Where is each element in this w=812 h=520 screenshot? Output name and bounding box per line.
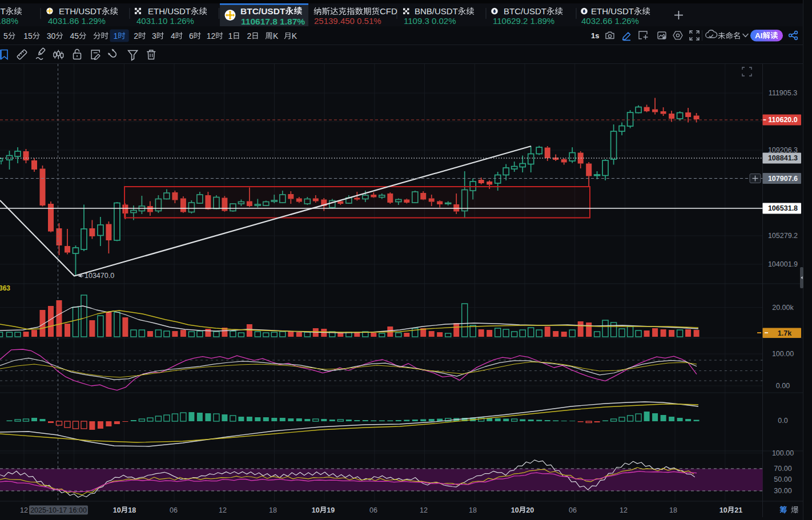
svg-text:15: 15 <box>23 31 33 41</box>
svg-text:4031.86 1.29%: 4031.86 1.29% <box>48 16 106 26</box>
svg-text:108841.3: 108841.3 <box>768 154 798 162</box>
svg-text:12: 12 <box>219 506 227 514</box>
svg-text:10: 10 <box>511 506 519 514</box>
svg-text:ETH/USDT: ETH/USDT <box>591 6 634 16</box>
svg-text:110617.8 1.87%: 110617.8 1.87% <box>241 17 305 26</box>
svg-text:0.0: 0.0 <box>778 417 787 425</box>
svg-text:1.7k: 1.7k <box>778 329 791 337</box>
svg-text:12: 12 <box>420 506 428 514</box>
svg-text:4031.10 1.26%: 4031.10 1.26% <box>136 16 194 26</box>
svg-text:5: 5 <box>3 31 8 41</box>
svg-text:ETH/USDT: ETH/USDT <box>59 6 102 16</box>
svg-text:70.00: 70.00 <box>774 465 791 473</box>
svg-text:363: 363 <box>0 284 10 292</box>
svg-text:06: 06 <box>170 506 178 514</box>
svg-text:100.00: 100.00 <box>772 350 794 358</box>
svg-text:18: 18 <box>469 506 477 514</box>
svg-text:18: 18 <box>269 506 277 514</box>
svg-text:2025-10-17 16:00: 2025-10-17 16:00 <box>30 506 87 514</box>
svg-text:30: 30 <box>47 31 56 41</box>
svg-text:10: 10 <box>719 506 727 514</box>
svg-text:106531.8: 106531.8 <box>768 204 798 212</box>
svg-text:103470.0: 103470.0 <box>85 272 114 280</box>
svg-text:1s: 1s <box>591 31 599 40</box>
svg-text:111905.3: 111905.3 <box>769 89 797 97</box>
svg-text:50.00: 50.00 <box>774 475 791 483</box>
svg-text:4032.66 1.26%: 4032.66 1.26% <box>581 16 639 26</box>
svg-text:18: 18 <box>128 506 136 514</box>
svg-text:105279.2: 105279.2 <box>768 232 798 240</box>
svg-text:K: K <box>292 31 298 41</box>
svg-text:AI: AI <box>755 31 763 40</box>
svg-text:20.00k: 20.00k <box>772 304 794 312</box>
svg-text:10: 10 <box>113 506 121 514</box>
svg-text:06: 06 <box>569 506 577 514</box>
svg-text:30.00: 30.00 <box>774 487 791 495</box>
svg-text:1: 1 <box>113 31 118 41</box>
svg-text:12: 12 <box>620 506 628 514</box>
svg-text:BNB/USDT: BNB/USDT <box>415 6 458 16</box>
svg-text:2: 2 <box>247 31 251 41</box>
svg-text:2: 2 <box>134 31 138 41</box>
svg-text:1109.3 0.02%: 1109.3 0.02% <box>404 16 456 26</box>
svg-text:ETH/USDT: ETH/USDT <box>148 6 191 16</box>
svg-text:25139.450 0.51%: 25139.450 0.51% <box>314 16 381 26</box>
svg-text:100.00: 100.00 <box>772 449 794 457</box>
svg-text:12: 12 <box>20 506 28 514</box>
svg-text:18: 18 <box>669 506 677 514</box>
svg-text:CFD: CFD <box>380 6 397 16</box>
svg-text:06: 06 <box>369 506 377 514</box>
svg-text:19: 19 <box>327 506 335 514</box>
svg-text:.88%: .88% <box>0 16 18 26</box>
svg-text:20: 20 <box>526 506 534 514</box>
svg-text:6: 6 <box>189 31 194 41</box>
svg-text:1: 1 <box>228 31 232 41</box>
svg-text:BTC/USDT: BTC/USDT <box>504 6 546 16</box>
svg-text:107907.6: 107907.6 <box>768 175 798 183</box>
svg-text:0.00: 0.00 <box>776 382 790 390</box>
svg-text:45: 45 <box>70 31 79 41</box>
svg-text:4: 4 <box>171 31 175 41</box>
svg-text:BTC/USDT: BTC/USDT <box>240 6 286 16</box>
svg-text:T: T <box>1 6 6 16</box>
svg-text:10: 10 <box>312 506 320 514</box>
svg-text:110629.2 1.89%: 110629.2 1.89% <box>493 16 554 26</box>
svg-text:109206.3: 109206.3 <box>768 146 798 154</box>
svg-text:K: K <box>273 31 279 41</box>
svg-text:21: 21 <box>734 506 742 514</box>
svg-text:12: 12 <box>207 31 216 41</box>
svg-text:3: 3 <box>152 31 156 41</box>
svg-text:104001.9: 104001.9 <box>768 260 798 268</box>
svg-text:110620.0: 110620.0 <box>768 116 797 124</box>
